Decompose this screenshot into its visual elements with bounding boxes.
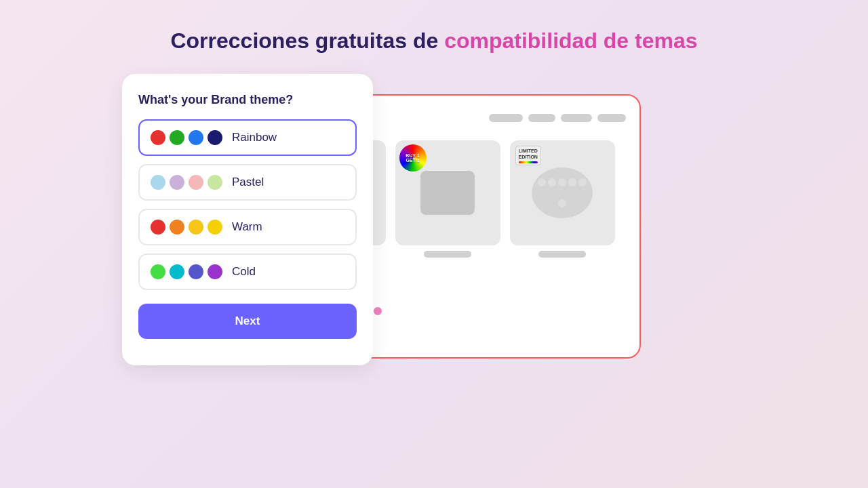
product-card-2: BUY 1GET 1 (395, 140, 500, 245)
dot-lavender (170, 175, 184, 190)
dot-bright-green (151, 264, 165, 279)
warm-dots (151, 220, 222, 235)
nav-pills (489, 114, 626, 122)
product-col-3: LIMITEDEDITION (510, 140, 615, 258)
main-content: What's your Brand theme? Rainbow Pastel (122, 74, 746, 365)
nav-pill-1 (489, 114, 523, 122)
product-image-3 (532, 167, 593, 218)
rainbow-label: Rainbow (232, 131, 277, 144)
price-pill-2 (424, 251, 471, 258)
dot-orange (170, 220, 184, 235)
quiz-question: What's your Brand theme? (138, 93, 357, 107)
dot-lightorange (189, 220, 203, 235)
title-prefix: Correcciones gratuitas de (170, 28, 444, 53)
theme-option-pastel[interactable]: Pastel (138, 164, 357, 201)
dot-darkblue (208, 130, 222, 145)
badge-buy1get1-text: BUY 1GET 1 (406, 153, 420, 163)
cold-dots (151, 264, 222, 279)
dot-pink (189, 175, 203, 190)
theme-option-warm[interactable]: Warm (138, 209, 357, 245)
rainbow-stripe (519, 161, 538, 163)
page-title: Correcciones gratuitas de compatibilidad… (170, 28, 697, 54)
pastel-dots (151, 175, 222, 190)
nav-pill-2 (528, 114, 555, 122)
dot-indigo (189, 264, 203, 279)
dot-yellow (208, 220, 222, 235)
warm-label: Warm (232, 220, 262, 234)
dot-teal (170, 264, 184, 279)
dot-red (151, 130, 165, 145)
badge-limited: LIMITEDEDITION (515, 146, 541, 165)
quiz-card: What's your Brand theme? Rainbow Pastel (122, 74, 373, 365)
dot-blue (189, 130, 203, 145)
dot-green (170, 130, 184, 145)
theme-option-rainbow[interactable]: Rainbow (138, 119, 357, 156)
product-col-2: BUY 1GET 1 (395, 140, 500, 258)
product-info-2 (424, 251, 471, 258)
nav-pill-4 (597, 114, 626, 122)
theme-option-cold[interactable]: Cold (138, 253, 357, 290)
next-button[interactable]: Next (138, 304, 357, 339)
rainbow-badge: BUY 1GET 1 (399, 144, 427, 171)
title-highlight: compatibilidad de temas (444, 28, 697, 53)
dot-purple (208, 264, 222, 279)
price-pill-3 (538, 251, 586, 258)
svg-point-7 (374, 307, 382, 315)
pastel-label: Pastel (232, 176, 264, 189)
product-card-3: LIMITEDEDITION (510, 140, 615, 245)
rainbow-dots (151, 130, 222, 145)
dot-lightblue (151, 175, 165, 190)
product-info-3 (538, 251, 586, 258)
nav-pill-3 (561, 114, 592, 122)
product-image-2 (420, 171, 475, 215)
dot-lightgreen (208, 175, 222, 190)
dot-warm-red (151, 220, 165, 235)
cold-label: Cold (232, 265, 256, 279)
